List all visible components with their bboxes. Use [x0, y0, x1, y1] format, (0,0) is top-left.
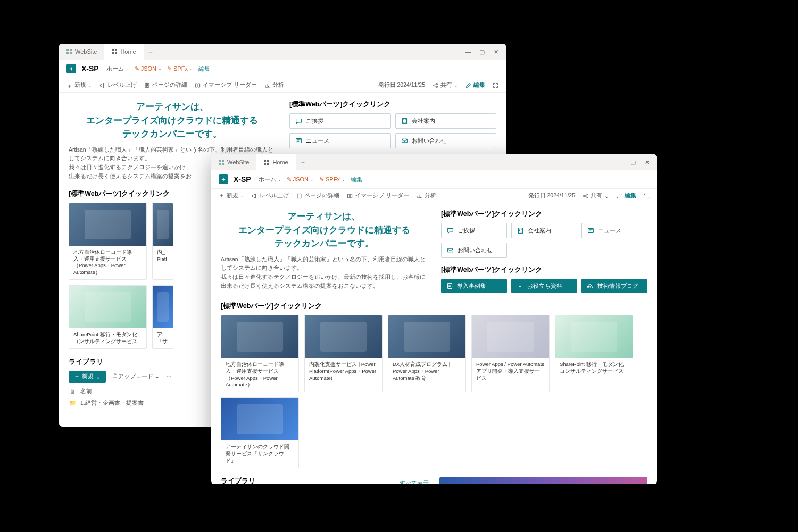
site-name: X-SP — [81, 64, 99, 73]
ql-greeting[interactable]: ご挨拶 — [289, 113, 391, 129]
nav-edit[interactable]: 編集 — [351, 176, 362, 184]
tab-bar: WebSite Home ＋ — ▢ ✕ — [59, 44, 506, 60]
cmd-immersive[interactable]: イマーシブ リーダー — [347, 192, 409, 200]
ql-company[interactable]: 会社案内 — [511, 223, 577, 238]
card-sharepoint-small[interactable]: SharePoint 移行・モダン化コンサルティングサービス — [69, 285, 147, 349]
cmd-new[interactable]: ＋新規⌄ — [66, 81, 92, 89]
ql-cases[interactable]: 導入事例集 — [441, 279, 507, 293]
svg-rect-0 — [66, 49, 69, 51]
card-sharepoint[interactable]: SharePoint 移行・モダン化コンサルティングサービス — [555, 315, 633, 392]
cmd-immersive[interactable]: イマーシブ リーダー — [195, 81, 257, 89]
svg-rect-12 — [402, 119, 406, 124]
card-suncloud[interactable]: アーティサンのクラウド開発サービス「サンクラウド」 — [221, 397, 299, 468]
svg-rect-3 — [70, 52, 72, 54]
lib-new-button[interactable]: ＋ 新規 ⌄ — [69, 371, 106, 383]
svg-point-25 — [586, 194, 588, 195]
building-icon — [401, 118, 408, 124]
cmd-expand[interactable] — [644, 193, 650, 199]
news-icon — [587, 227, 594, 234]
svg-point-26 — [586, 196, 588, 198]
nav-json[interactable]: ✎JSON⌄ — [287, 176, 314, 183]
cmd-expand[interactable] — [493, 82, 498, 88]
svg-rect-18 — [222, 163, 224, 165]
nav-edit[interactable]: 編集 — [198, 65, 210, 73]
cmd-analytics[interactable]: 分析 — [264, 81, 284, 89]
ql-docs[interactable]: お役立ち資料 — [511, 279, 577, 293]
ql-news[interactable]: ニュース — [289, 133, 391, 148]
quicklinks-title: [標準Webパーツ]クイックリンク — [289, 100, 496, 109]
chat-icon — [447, 227, 454, 234]
hero-desc: Artisan「熟練した職人」「職人的芸術家」という名の下、利用者目線の職人とし… — [221, 255, 427, 290]
ql-greeting[interactable]: ご挨拶 — [441, 223, 507, 238]
add-tab[interactable]: ＋ — [296, 159, 311, 167]
minimize-icon[interactable]: — — [462, 48, 474, 55]
building-icon — [517, 227, 524, 234]
maximize-icon[interactable]: ▢ — [627, 159, 639, 166]
svg-rect-4 — [112, 49, 114, 51]
cmd-new[interactable]: ＋ 新規 ⌄ — [219, 192, 244, 200]
minimize-icon[interactable]: — — [613, 159, 625, 166]
tab-website[interactable]: WebSite — [59, 44, 104, 60]
svg-rect-20 — [267, 160, 269, 162]
card-dx[interactable]: DX人材育成プログラム | Power Apps・Power Automate … — [388, 315, 466, 392]
cmd-promote[interactable]: レベル上げ — [252, 192, 289, 200]
grid-icon — [264, 160, 269, 165]
cmd-share[interactable]: 共有 ⌄ — [583, 192, 609, 200]
nav-json[interactable]: ✎JSON⌄ — [135, 65, 162, 72]
svg-rect-14 — [402, 139, 407, 143]
cmd-page-details[interactable]: ページの詳細 — [144, 81, 187, 89]
window-front: WebSite Home ＋ — ▢ ✕ ✦ X-SP ホーム⌄ ✎JSON⌄ … — [211, 154, 657, 484]
cmd-page-details[interactable]: ページの詳細 — [296, 192, 339, 200]
card-local-gov[interactable]: 地方自治体ローコード導入・運用支援サービス（Power Apps・Power A… — [69, 203, 147, 280]
lib-show-all[interactable]: すべて表示 — [400, 479, 429, 484]
lib-more[interactable]: ⋯ — [166, 373, 172, 380]
ql-contact[interactable]: お問い合わせ — [395, 133, 497, 148]
ql-news[interactable]: ニュース — [581, 223, 647, 238]
nav-home[interactable]: ホーム⌄ — [106, 65, 129, 73]
cmd-promote[interactable]: レベル上げ — [99, 81, 137, 89]
card-partial-2[interactable]: ア_ 「サ — [152, 285, 173, 349]
tab-home[interactable]: Home — [256, 154, 295, 170]
card-naisei[interactable]: 内製化支援サービス | Power Platform(Power Apps・Po… — [304, 315, 383, 392]
svg-rect-27 — [518, 228, 522, 234]
close-icon[interactable]: ✕ — [490, 48, 502, 55]
site-logo: ✦ — [66, 64, 76, 73]
svg-rect-21 — [264, 163, 266, 165]
upload-icon — [112, 372, 118, 378]
svg-rect-6 — [112, 52, 114, 54]
add-tab[interactable]: ＋ — [144, 48, 159, 56]
card-local-gov[interactable]: 地方自治体ローコード導入・運用支援サービス（Power Apps・Power A… — [221, 315, 299, 392]
card-partial-1[interactable]: 内_ Platf — [152, 203, 173, 280]
reader-icon — [347, 193, 353, 199]
publish-date: 発行日 2024/11/25 — [528, 192, 575, 200]
cmd-analytics[interactable]: 分析 — [417, 192, 436, 200]
svg-rect-17 — [219, 163, 221, 165]
megaphone-icon — [252, 193, 257, 199]
site-logo: ✦ — [219, 174, 228, 184]
tab-home[interactable]: Home — [104, 44, 143, 60]
close-icon[interactable]: ✕ — [641, 159, 653, 166]
promo-banner: クラウド事業のお役立ち資料を無料でお送りしております。 ご提案資料 — [439, 477, 647, 484]
nav-spfx[interactable]: ✎SPFx⌄ — [167, 65, 193, 72]
ql-contact[interactable]: お問い合わせ — [441, 243, 507, 258]
card-powerapps[interactable]: Power Apps / Power Automate アプリ開発・導入支援サー… — [471, 315, 550, 392]
ql-company[interactable]: 会社案内 — [395, 113, 497, 129]
pencil-icon — [466, 82, 471, 88]
nav-home[interactable]: ホーム⌄ — [259, 176, 281, 184]
nav-spfx[interactable]: ✎SPFx⌄ — [319, 176, 345, 183]
hero-headline: アーティサンは、エンタープライズ向けクラウドに精通するテックカンパニーです。 — [221, 210, 427, 251]
cmd-edit[interactable]: 編集 — [466, 81, 485, 89]
pencil-icon — [617, 193, 622, 199]
cmd-share[interactable]: 共有⌄ — [433, 81, 458, 89]
lib-upload[interactable]: アップロード ⌄ — [112, 372, 160, 380]
site-header: ✦ X-SP ホーム⌄ ✎JSON⌄ ✎SPFx⌄ 編集 — [211, 170, 657, 189]
svg-rect-30 — [447, 284, 452, 289]
ql-blog[interactable]: 技術情報ブログ — [581, 279, 647, 293]
maximize-icon[interactable]: ▢ — [476, 48, 488, 55]
cmd-edit[interactable]: 編集 — [617, 192, 636, 200]
tab-website[interactable]: WebSite — [211, 154, 256, 170]
svg-rect-16 — [222, 160, 224, 162]
svg-point-24 — [583, 195, 585, 197]
quicklinks-title-3: [標準Webパーツ]クイックリンク — [221, 302, 647, 311]
rss-icon — [587, 282, 594, 289]
